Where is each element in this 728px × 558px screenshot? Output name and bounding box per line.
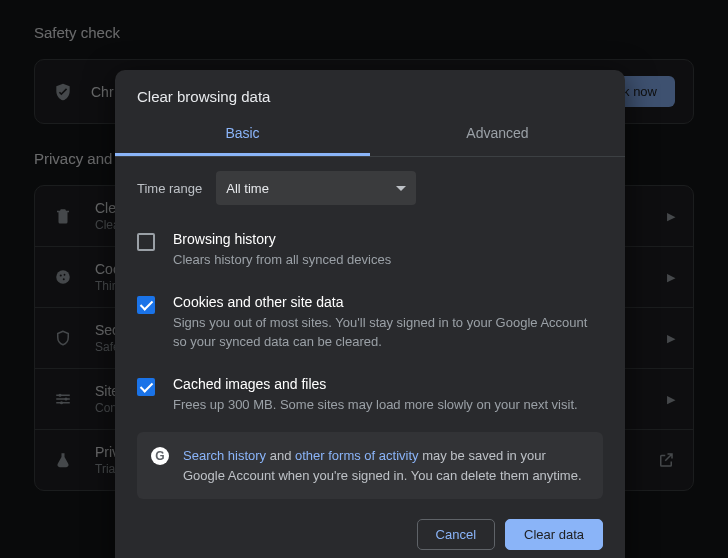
- checkbox-cookies[interactable]: [137, 296, 155, 314]
- clear-data-button[interactable]: Clear data: [505, 519, 603, 550]
- option-cookies: Cookies and other site data Signs you ou…: [137, 282, 603, 364]
- time-range-row: Time range All time: [115, 157, 625, 211]
- option-title: Browsing history: [173, 231, 391, 247]
- tab-basic[interactable]: Basic: [115, 115, 370, 153]
- option-browsing-history: Browsing history Clears history from all…: [137, 219, 603, 282]
- option-sub: Clears history from all synced devices: [173, 251, 391, 270]
- option-cached: Cached images and files Frees up 300 MB.…: [137, 364, 603, 427]
- dialog-tabs: Basic Advanced: [115, 115, 625, 153]
- search-history-link[interactable]: Search history: [183, 448, 266, 463]
- cancel-button[interactable]: Cancel: [417, 519, 495, 550]
- tab-advanced[interactable]: Advanced: [370, 115, 625, 153]
- other-activity-link[interactable]: other forms of activity: [295, 448, 419, 463]
- option-sub: Frees up 300 MB. Some sites may load mor…: [173, 396, 578, 415]
- dialog-title: Clear browsing data: [115, 70, 625, 115]
- option-sub: Signs you out of most sites. You'll stay…: [173, 314, 603, 352]
- option-title: Cached images and files: [173, 376, 578, 392]
- dropdown-caret-icon: [396, 186, 406, 191]
- time-range-label: Time range: [137, 181, 202, 196]
- google-activity-info: G Search history and other forms of acti…: [137, 432, 603, 499]
- checkbox-cached[interactable]: [137, 378, 155, 396]
- time-range-value: All time: [226, 181, 269, 196]
- google-icon: G: [151, 447, 169, 465]
- time-range-select[interactable]: All time: [216, 171, 416, 205]
- clear-browsing-data-dialog: Clear browsing data Basic Advanced Time …: [115, 70, 625, 558]
- option-title: Cookies and other site data: [173, 294, 603, 310]
- checkbox-browsing-history[interactable]: [137, 233, 155, 251]
